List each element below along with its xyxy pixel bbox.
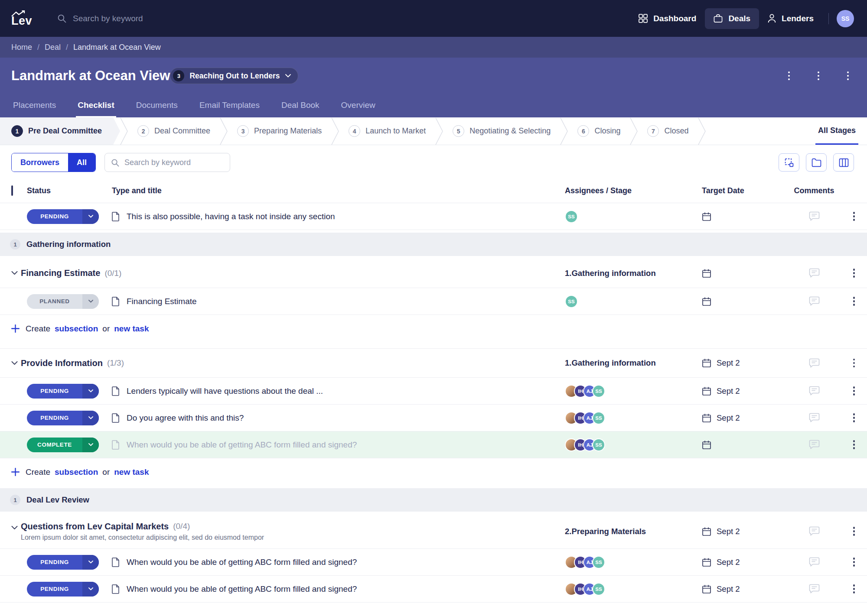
create-new-task-link[interactable]: new task [114,467,149,477]
row-kebab-menu[interactable] [848,267,860,279]
status-badge[interactable]: PENDING [27,384,99,399]
breadcrumb-deal[interactable]: Deal [45,43,61,52]
calendar-icon[interactable] [702,269,711,278]
nav-item-deals[interactable]: Deals [705,8,759,29]
create-subsection-link[interactable]: subsection [55,467,98,477]
lev-logo[interactable]: Lev [11,10,32,27]
tab-deal-book[interactable]: Deal Book [280,94,321,117]
tab-checklist[interactable]: Checklist [76,94,116,117]
comment-icon[interactable] [809,584,820,594]
select-all-checkbox[interactable] [11,185,13,196]
bulk-select-button[interactable] [779,153,799,172]
status-label: PLANNED [27,298,82,305]
calendar-icon[interactable] [702,558,711,567]
task-title[interactable]: Financing Estimate [127,297,197,306]
subsection-title[interactable]: Financing Estimate [21,268,100,278]
calendar-icon[interactable] [702,413,711,423]
comment-icon[interactable] [809,358,820,368]
step-label: Pre Deal Committee [28,126,102,136]
calendar-icon[interactable] [702,584,711,594]
create-new-task-link[interactable]: new task [114,324,149,334]
tab-placements[interactable]: Placements [11,94,58,117]
step-number: 5 [453,125,464,137]
status-badge[interactable]: COMPLETE [27,438,99,452]
stepper-step-negotiating-selecting[interactable]: 5 Negotiating & Selecting [443,117,560,145]
table-view-button[interactable] [833,153,854,172]
row-kebab-menu[interactable] [848,583,860,595]
stepper-step-closing[interactable]: 6 Closing [568,117,630,145]
header-kebab-menu-2[interactable] [812,70,825,82]
navbar-divider [828,13,829,24]
comment-icon[interactable] [809,268,820,278]
nav-item-dashboard[interactable]: Dashboard [630,8,705,29]
status-badge[interactable]: PLANNED [27,294,99,309]
status-badge[interactable]: PENDING [27,582,99,597]
user-avatar[interactable]: SS [837,10,854,27]
task-title[interactable]: Do you agree with this and this? [127,413,244,423]
comment-icon[interactable] [809,296,820,306]
tab-email-templates[interactable]: Email Templates [198,94,261,117]
status-badge[interactable]: PENDING [27,555,99,570]
stepper-step-launch-to-market[interactable]: 4 Launch to Market [339,117,435,145]
avatar-ss: SS [592,412,605,425]
task-title[interactable]: This is also possible, having a task not… [127,212,335,221]
header-kebab-menu-3[interactable] [842,70,854,82]
subsection-title[interactable]: Provide Information [21,358,103,368]
subsection-stage: 1.Gathering information [548,269,691,278]
segment-borrowers-button[interactable]: Borrowers [12,153,68,172]
stepper-step-closed[interactable]: 7 Closed [638,117,698,145]
header-kebab-menu-1[interactable] [783,70,795,82]
calendar-icon[interactable] [702,440,711,450]
calendar-icon[interactable] [702,358,711,368]
comment-icon[interactable] [809,211,820,221]
status-badge[interactable]: PENDING [27,411,99,425]
row-kebab-menu[interactable] [848,385,860,397]
collapse-caret-icon[interactable] [11,526,21,530]
task-row: PENDING When would you be able of gettin… [0,576,867,603]
row-kebab-menu[interactable] [848,357,860,369]
row-kebab-menu[interactable] [848,439,860,451]
calendar-icon[interactable] [702,212,711,221]
breadcrumb-home[interactable]: Home [11,43,32,52]
task-title[interactable]: When would you be able of getting ABC fo… [127,440,357,450]
row-kebab-menu[interactable] [848,412,860,424]
create-subsection-link[interactable]: subsection [55,324,98,334]
task-title[interactable]: When would you be able of getting ABC fo… [127,584,357,594]
checklist-search-input[interactable] [124,158,224,168]
tab-documents[interactable]: Documents [134,94,179,117]
collapse-caret-icon[interactable] [11,361,21,365]
status-label: COMPLETE [27,441,82,448]
collapse-caret-icon[interactable] [11,271,21,275]
calendar-icon[interactable] [702,527,711,536]
comment-icon[interactable] [809,526,820,536]
calendar-icon[interactable] [702,297,711,306]
subsection-title[interactable]: Questions from Lev Capital Markets [21,522,169,532]
comment-icon[interactable] [809,440,820,450]
stepper-step-preparing-materials[interactable]: 3 Preparing Materials [228,117,331,145]
all-stages-filter[interactable]: All Stages [815,117,858,145]
comment-icon[interactable] [809,386,820,396]
deal-stage-dropdown[interactable]: 3 Reaching Out to Lenders [170,68,298,84]
segment-all-button[interactable]: All [68,153,95,172]
tab-overview[interactable]: Overview [339,94,377,117]
target-date: Sept 2 [717,527,740,536]
task-title[interactable]: Lenders typically will have questions ab… [127,386,323,396]
plus-icon[interactable] [11,468,20,476]
subsection-row: Financing Estimate (0/1) 1.Gathering inf… [0,259,867,288]
plus-icon[interactable] [11,324,20,333]
task-title[interactable]: When would you be able of getting ABC fo… [127,558,357,567]
stepper-step-pre-deal-committee[interactable]: 1 Pre Deal Committee [0,117,120,145]
stepper-step-deal-committee[interactable]: 2 Deal Committee [128,117,220,145]
row-kebab-menu[interactable] [848,295,860,308]
nav-item-lenders[interactable]: Lenders [759,8,822,29]
global-search-input[interactable] [72,13,254,24]
row-kebab-menu[interactable] [848,525,860,538]
comment-icon[interactable] [809,557,820,567]
calendar-icon[interactable] [702,386,711,396]
folder-button[interactable] [806,153,827,172]
comment-icon[interactable] [809,413,820,423]
status-badge[interactable]: PENDING [27,209,99,224]
row-kebab-menu[interactable] [848,211,860,223]
row-kebab-menu[interactable] [848,556,860,568]
section-label: Gathering information [26,240,111,249]
